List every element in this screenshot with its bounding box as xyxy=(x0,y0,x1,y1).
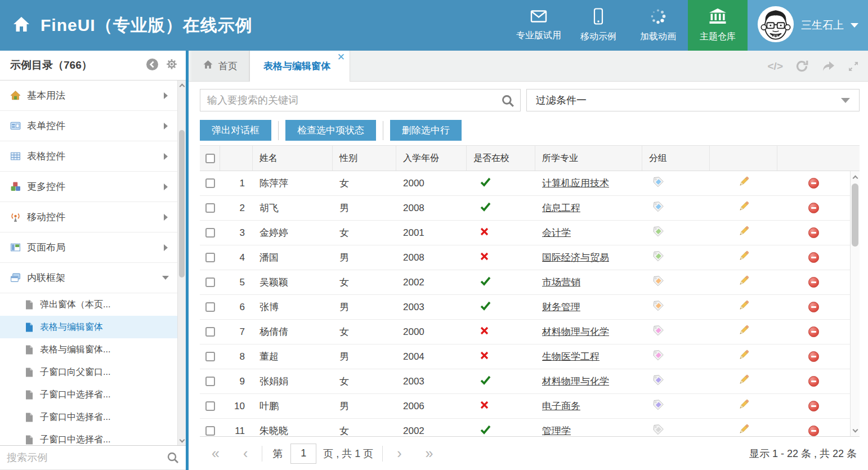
delete-selected-button[interactable]: 删除选中行 xyxy=(390,120,462,141)
nav-mobile-demo[interactable]: 移动示例 xyxy=(569,0,628,51)
nav-loading-anim[interactable]: 加载动画 xyxy=(628,0,688,51)
user-menu[interactable]: 三生石上 xyxy=(748,0,868,51)
table-row: 7杨倩倩女2000材料物理与化学 xyxy=(200,320,850,344)
row-checkbox[interactable] xyxy=(205,228,215,238)
delete-icon[interactable] xyxy=(808,401,819,411)
sidebar-subitem[interactable]: 子窗口中选择省... xyxy=(0,428,186,445)
source-code-icon[interactable]: </> xyxy=(768,60,783,73)
tab-grid-edit-window[interactable]: 表格与编辑窗体 ✕ xyxy=(249,51,350,82)
sidebar-item-home[interactable]: 基本用法 xyxy=(0,80,186,111)
major-link[interactable]: 市场营销 xyxy=(542,276,580,289)
edit-pencil-icon[interactable] xyxy=(738,275,749,289)
refresh-icon[interactable] xyxy=(795,60,809,73)
sidebar-item-cubes[interactable]: 更多控件 xyxy=(0,172,186,202)
nav-theme-repo[interactable]: 主题仓库 xyxy=(688,0,748,51)
major-link[interactable]: 财务管理 xyxy=(542,301,580,314)
edit-pencil-icon[interactable] xyxy=(738,201,749,215)
collapse-circle-icon[interactable] xyxy=(146,58,159,73)
sidebar-item-form[interactable]: 表单控件 xyxy=(0,111,186,141)
row-checkbox[interactable] xyxy=(205,352,215,361)
major-link[interactable]: 计算机应用技术 xyxy=(542,177,609,190)
row-checkbox[interactable] xyxy=(205,377,215,386)
prev-page-icon[interactable]: ‹ xyxy=(243,446,248,460)
scroll-up-icon[interactable] xyxy=(851,172,860,181)
sidebar-subitem[interactable]: 表格与编辑窗体... xyxy=(0,338,186,361)
sidebar-subitem[interactable]: 子窗口中选择省... xyxy=(0,406,186,428)
edit-pencil-icon[interactable] xyxy=(738,325,749,339)
sidebar-subitem[interactable]: 表格与编辑窗体 xyxy=(0,316,186,338)
row-checkbox[interactable] xyxy=(205,277,215,287)
major-link[interactable]: 会计学 xyxy=(542,226,571,239)
delete-icon[interactable] xyxy=(808,351,819,362)
scroll-down-icon[interactable] xyxy=(851,426,860,435)
search-icon[interactable] xyxy=(167,451,179,466)
scroll-up-icon[interactable] xyxy=(178,80,186,89)
delete-icon[interactable] xyxy=(808,252,819,263)
major-link[interactable]: 材料物理与化学 xyxy=(542,325,609,338)
expand-icon[interactable] xyxy=(848,61,859,72)
page-number-input[interactable] xyxy=(290,444,316,464)
major-link[interactable]: 材料物理与化学 xyxy=(542,375,609,388)
username: 三生石上 xyxy=(801,18,844,33)
row-checkbox[interactable] xyxy=(205,302,215,312)
major-link[interactable]: 国际经济与贸易 xyxy=(542,251,609,264)
major-link[interactable]: 管理学 xyxy=(542,424,571,436)
sidebar-subitem[interactable]: 弹出窗体（本页... xyxy=(0,293,186,316)
scrollbar-thumb[interactable] xyxy=(852,183,858,247)
edit-pencil-icon[interactable] xyxy=(738,300,749,314)
scrollbar-thumb[interactable] xyxy=(179,130,185,277)
delete-icon[interactable] xyxy=(808,178,819,189)
sidebar-search-input[interactable] xyxy=(0,446,186,469)
edit-pencil-icon[interactable] xyxy=(738,176,749,190)
open-dialog-button[interactable]: 弹出对话框 xyxy=(200,120,271,141)
top-nav: 专业版试用 移动示例 加载动画 xyxy=(509,0,748,51)
select-all-checkbox[interactable] xyxy=(205,154,215,163)
check-selected-button[interactable]: 检查选中项状态 xyxy=(285,120,376,141)
cell-name: 潘国 xyxy=(253,251,333,264)
row-checkbox[interactable] xyxy=(205,178,215,188)
delete-icon[interactable] xyxy=(808,277,819,288)
nav-trial[interactable]: 专业版试用 xyxy=(509,0,569,51)
close-tab-icon[interactable]: ✕ xyxy=(337,52,345,62)
edit-pencil-icon[interactable] xyxy=(738,350,749,364)
sidebar-scrollbar[interactable] xyxy=(177,80,186,445)
search-icon[interactable] xyxy=(501,94,514,110)
sidebar-subitem[interactable]: 子窗口向父窗口... xyxy=(0,361,186,383)
edit-pencil-icon[interactable] xyxy=(738,250,749,265)
edit-pencil-icon[interactable] xyxy=(738,399,749,413)
sidebar-item-frames[interactable]: 内联框架 xyxy=(0,263,186,293)
major-link[interactable]: 电子商务 xyxy=(542,400,580,413)
first-page-icon[interactable]: « xyxy=(212,446,220,460)
table-scrollbar[interactable] xyxy=(850,171,860,436)
delete-icon[interactable] xyxy=(808,302,819,312)
sidebar-item-layout[interactable]: 页面布局 xyxy=(0,232,186,263)
delete-icon[interactable] xyxy=(808,326,819,337)
edit-pencil-icon[interactable] xyxy=(738,424,749,436)
delete-icon[interactable] xyxy=(808,227,819,238)
major-link[interactable]: 信息工程 xyxy=(542,202,580,214)
gear-icon[interactable] xyxy=(165,58,178,73)
row-checkbox[interactable] xyxy=(205,327,215,337)
row-checkbox[interactable] xyxy=(205,426,215,436)
sidebar-subitem[interactable]: 子窗口中选择省... xyxy=(0,383,186,406)
last-page-icon[interactable]: » xyxy=(426,446,433,460)
tab-home[interactable]: 首页 xyxy=(191,51,249,81)
next-page-icon[interactable]: › xyxy=(397,446,401,460)
edit-pencil-icon[interactable] xyxy=(738,226,749,240)
sidebar-item-table[interactable]: 表格控件 xyxy=(0,141,186,172)
row-checkbox[interactable] xyxy=(205,253,215,262)
table-row: 9张娟娟女2003材料物理与化学 xyxy=(200,369,850,394)
row-checkbox[interactable] xyxy=(205,401,215,411)
share-forward-icon[interactable] xyxy=(821,60,835,72)
edit-pencil-icon[interactable] xyxy=(738,374,749,388)
row-checkbox[interactable] xyxy=(205,203,215,213)
delete-icon[interactable] xyxy=(808,426,819,436)
major-link[interactable]: 生物医学工程 xyxy=(542,350,599,363)
delete-icon[interactable] xyxy=(808,203,819,213)
delete-icon[interactable] xyxy=(808,376,819,387)
scroll-down-icon[interactable] xyxy=(178,436,186,445)
sidebar-item-antenna[interactable]: 移动控件 xyxy=(0,202,186,232)
top-header: FineUI（专业版）在线示例 专业版试用 移动示例 xyxy=(0,0,868,51)
keyword-search-input[interactable] xyxy=(200,89,520,111)
filter-dropdown[interactable]: 过滤条件一 xyxy=(526,89,860,111)
